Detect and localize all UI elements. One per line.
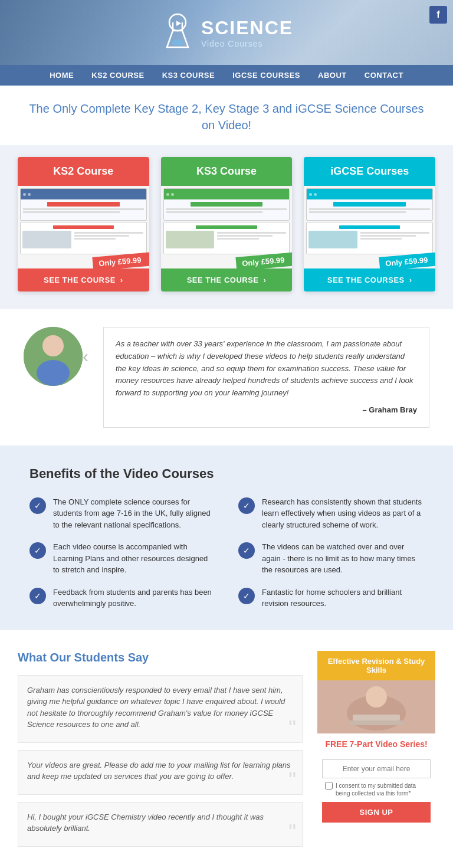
ks2-arrow-icon: › [120, 276, 123, 284]
signup-form: I consent to my submitted data being col… [317, 755, 435, 827]
benefit-item-6: ✓ Fantastic for home schoolers and brill… [238, 587, 424, 610]
benefit-text-6: Fantastic for home schoolers and brillia… [262, 587, 424, 610]
igcse-cta-button[interactable]: SEE THE COURSES › [304, 268, 435, 291]
benefit-item-2: ✓ Research has consistently shown that s… [238, 496, 424, 531]
check-icon-1: ✓ [29, 497, 46, 514]
signup-study-image [317, 680, 435, 733]
student-quote-2-text: Your videos are great. Please do add me … [27, 759, 293, 782]
course-card-igcse: iGCSE Courses [304, 157, 435, 291]
benefit-text-4: The videos can be watched over and over … [262, 541, 424, 576]
ks2-title: KS2 Course [53, 165, 113, 177]
igcse-preview: Only £59.99 [304, 186, 435, 268]
arrow-left-icon: ‹ [83, 346, 88, 366]
testimonial-section: ‹ As a teacher with over 33 years' exper… [0, 309, 453, 446]
nav-ks3[interactable]: KS3 COURSE [162, 71, 215, 80]
benefits-section: Benefits of the Video Courses ✓ The ONLY… [0, 446, 453, 630]
testimonial-author: – Graham Bray [116, 404, 417, 417]
site-header: f SCIENCE Video Courses [0, 0, 453, 65]
quote-marks-3: " [288, 822, 296, 843]
student-quote-2: Your videos are great. Please do add me … [18, 750, 303, 795]
benefit-item-1: ✓ The ONLY complete science courses for … [29, 496, 215, 531]
facebook-icon[interactable]: f [429, 6, 447, 24]
student-quote-1: Graham has conscientiously responded to … [18, 675, 303, 743]
person-icon [24, 327, 83, 386]
benefit-text-3: Each video course is accompanied with Le… [53, 541, 215, 576]
igcse-cta-label: SEE THE COURSES [327, 276, 405, 284]
igcse-header: iGCSE Courses [304, 157, 435, 186]
student-quote-3-text: Hi, I bought your iGCSE Chemistry video … [27, 811, 293, 834]
svg-rect-13 [350, 720, 403, 725]
igcse-arrow-icon: › [409, 276, 412, 284]
logo: SCIENCE Video Courses [160, 12, 293, 53]
nav-ks2[interactable]: KS2 COURSE [91, 71, 145, 80]
ks3-screenshot-2 [163, 222, 290, 254]
svg-point-11 [366, 686, 387, 707]
students-section: What Our Students Say Graham has conscie… [0, 630, 453, 868]
signup-button[interactable]: SIGN UP [322, 802, 431, 823]
ks2-screenshot-2 [20, 222, 147, 254]
consent-text: I consent to my submitted data being col… [336, 782, 428, 797]
nav-igcse[interactable]: IGCSE COURSES [232, 71, 300, 80]
ks3-title: KS3 Course [196, 165, 257, 177]
main-nav: HOME KS2 COURSE KS3 COURSE IGCSE COURSES… [0, 65, 453, 86]
ks3-header: KS3 Course [161, 157, 293, 186]
ks2-header: KS2 Course [18, 157, 149, 186]
quote-marks-1: " [288, 718, 296, 739]
ks3-arrow-icon: › [264, 276, 267, 284]
nav-about[interactable]: ABOUT [318, 71, 347, 80]
logo-text: SCIENCE Video Courses [201, 17, 293, 48]
ks2-price: Only £59.99 [93, 252, 149, 268]
igcse-screenshot-2 [306, 222, 433, 254]
svg-point-8 [37, 360, 70, 386]
student-quote-1-text: Graham has conscientiously responded to … [27, 684, 293, 731]
ks3-screenshot-1 [163, 188, 290, 221]
signup-header: Effective Revision & Study Skills [317, 651, 435, 680]
quote-box: As a teacher with over 33 years' experie… [103, 327, 429, 428]
course-card-ks3: KS3 Course [161, 157, 293, 291]
check-icon-3: ✓ [29, 542, 46, 559]
benefits-title: Benefits of the Video Courses [29, 466, 424, 482]
benefit-text-5: Feedback from students and parents has b… [53, 587, 215, 610]
testimonial-avatar-wrap: ‹ [24, 327, 91, 386]
svg-point-5 [172, 40, 183, 45]
svg-marker-4 [176, 21, 181, 26]
ks3-cta-label: SEE THE COURSE [187, 276, 259, 284]
signup-sidebar: Effective Revision & Study Skills FREE 7… [317, 651, 435, 854]
igcse-title: iGCSE Courses [330, 165, 409, 177]
students-title: What Our Students Say [18, 651, 303, 664]
logo-sub-label: Video Courses [201, 39, 293, 48]
ks3-cta-button[interactable]: SEE THE COURSE › [161, 268, 293, 291]
benefit-item-5: ✓ Feedback from students and parents has… [29, 587, 215, 610]
check-icon-2: ✓ [238, 497, 255, 514]
logo-flask-icon [160, 12, 195, 53]
benefits-grid: ✓ The ONLY complete science courses for … [29, 496, 424, 610]
quote-marks-2: " [288, 770, 296, 791]
ks2-cta-label: SEE THE COURSE [44, 276, 116, 284]
igcse-price: Only £59.99 [379, 252, 435, 268]
students-left: What Our Students Say Graham has conscie… [18, 651, 303, 854]
ks2-cta-button[interactable]: SEE THE COURSE › [18, 268, 149, 291]
ks3-price: Only £59.99 [235, 252, 292, 268]
nav-contact[interactable]: CONTACT [365, 71, 403, 80]
courses-section: KS2 Course [0, 145, 453, 309]
email-input[interactable] [322, 759, 431, 778]
consent-checkbox[interactable] [325, 782, 333, 790]
student-quote-3: Hi, I bought your iGCSE Chemistry video … [18, 802, 303, 847]
benefit-text-1: The ONLY complete science courses for st… [53, 496, 215, 531]
consent-row: I consent to my submitted data being col… [322, 782, 431, 797]
igcse-screenshot-1 [306, 188, 433, 221]
check-icon-4: ✓ [238, 542, 255, 559]
nav-home[interactable]: HOME [50, 71, 74, 80]
courses-grid: KS2 Course [18, 157, 435, 291]
signup-free-text: FREE 7-Part Video Series! [317, 733, 435, 755]
svg-rect-12 [353, 715, 400, 720]
ks3-preview: Only £59.99 [161, 186, 293, 268]
check-icon-5: ✓ [29, 588, 46, 604]
benefit-item-3: ✓ Each video course is accompanied with … [29, 541, 215, 576]
hero-section: The Only Complete Key Stage 2, Key Stage… [0, 86, 453, 145]
check-icon-6: ✓ [238, 588, 255, 604]
hero-tagline: The Only Complete Key Stage 2, Key Stage… [29, 102, 424, 132]
logo-science-label: SCIENCE [201, 17, 293, 39]
ks2-screenshot-1 [20, 188, 147, 221]
svg-point-7 [42, 335, 64, 356]
